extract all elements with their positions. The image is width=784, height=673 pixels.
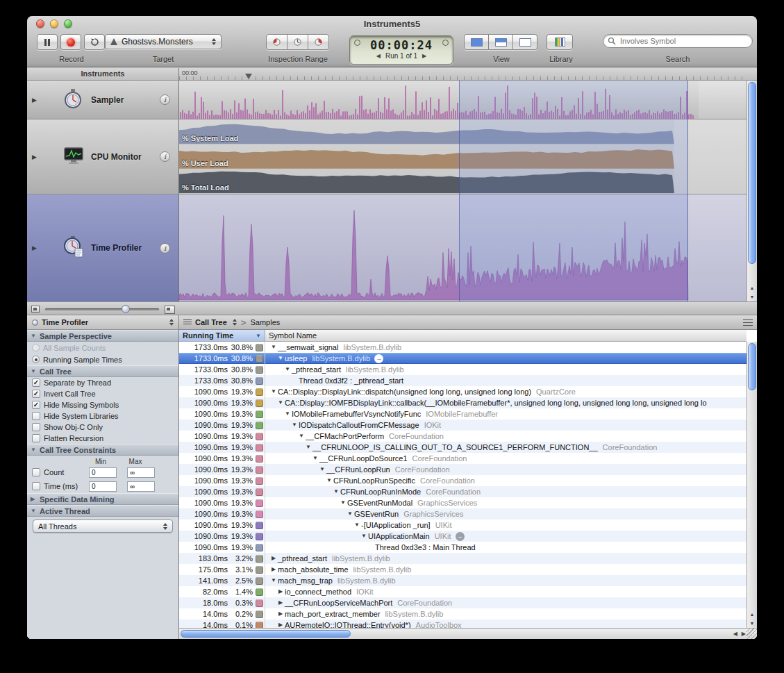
zoom-slider-thumb[interactable] — [122, 305, 130, 313]
checkbox-icon[interactable] — [32, 468, 40, 476]
scrollbar-thumb[interactable] — [748, 343, 756, 390]
call-tree-row[interactable]: 1090.0ms19.3%▼-[UIApplication _run]UIKit — [179, 520, 747, 531]
target-popup[interactable]: Ghostsvs.Monsters — [105, 34, 222, 49]
scroll-right-button[interactable]: ▶ — [742, 631, 746, 637]
call-tree-row[interactable]: 1090.0ms19.3%▼__CFRunLoopDoSource1CoreFo… — [179, 453, 747, 464]
call-tree-row[interactable]: 1090.0ms19.3%▼IODispatchCalloutFromCFMes… — [179, 419, 747, 431]
disclosure-triangle[interactable]: ▼ — [269, 575, 278, 586]
library-button[interactable] — [547, 34, 573, 50]
focus-button[interactable]: → — [456, 532, 465, 541]
scroll-left-button[interactable]: ◀ — [733, 631, 737, 637]
call-tree-row[interactable]: 175.0ms3.1%▶mach_absolute_timelibSystem.… — [179, 564, 747, 575]
disclosure-triangle[interactable]: ▼ — [276, 353, 285, 364]
instrument-popup[interactable]: Time Profiler — [27, 315, 178, 330]
section-sample-perspective[interactable]: ▼ Sample Perspective — [27, 330, 178, 342]
call-tree-row[interactable]: 1090.0ms19.3%▼CA::Display::DisplayLink::… — [179, 386, 747, 397]
disclosure-triangle[interactable]: ▶ — [269, 564, 278, 575]
scroll-up-button[interactable]: ▲ — [747, 283, 757, 292]
checkbox-icon[interactable] — [32, 482, 40, 490]
inspection-range-clear-button[interactable] — [287, 34, 308, 50]
inspection-range-start-button[interactable] — [266, 34, 287, 50]
resize-grip[interactable] — [747, 629, 757, 639]
scroll-up-button[interactable]: ▲ — [747, 610, 757, 619]
timeline-selection[interactable] — [459, 81, 688, 301]
focus-button[interactable]: → — [374, 354, 383, 363]
column-header-running-time[interactable]: Running Time ▼ — [179, 330, 265, 341]
disclosure-triangle[interactable]: ▼ — [297, 431, 306, 442]
call-tree-row[interactable]: 183.0ms3.2%▶_pthread_startlibSystem.B.dy… — [179, 553, 747, 564]
section-call-tree-constraints[interactable]: ▼ Call Tree Constraints — [27, 444, 178, 456]
playhead-marker[interactable] — [245, 74, 252, 79]
info-button[interactable]: i — [160, 94, 170, 105]
time-profiler-track-panel[interactable]: ▶ Time Profiler i — [27, 194, 179, 301]
disclosure-triangle[interactable]: ▶ — [32, 244, 37, 251]
min-input[interactable]: 0 — [89, 481, 117, 492]
disclosure-triangle[interactable]: ▼ — [339, 497, 347, 508]
section-active-thread[interactable]: ▼ Active Thread — [27, 505, 178, 517]
checkbox-hide-missing-symbols[interactable]: ✓Hide Missing Symbols — [27, 399, 178, 410]
scroll-down-button[interactable]: ▼ — [747, 292, 757, 301]
checkbox-show-obj-c-only[interactable]: Show Obj-C Only — [27, 422, 178, 433]
disclosure-triangle[interactable]: ▼ — [346, 508, 354, 520]
loop-button[interactable] — [84, 34, 105, 50]
column-header-symbol-name[interactable]: Symbol Name — [265, 330, 747, 341]
disclosure-triangle[interactable]: ▼ — [283, 408, 292, 419]
disclosure-triangle[interactable]: ▼ — [353, 520, 361, 531]
search-input[interactable] — [603, 34, 753, 48]
menu-icon[interactable] — [743, 319, 753, 326]
max-input[interactable]: ∞ — [127, 467, 155, 478]
call-tree-row[interactable]: 18.0ms0.3%▶__CFRunLoopServiceMachPortCor… — [179, 597, 747, 608]
info-button[interactable]: i — [160, 243, 170, 254]
disclosure-triangle[interactable]: ▼ — [360, 531, 368, 542]
call-tree-row[interactable]: 1733.0ms30.8%Thread 0xd3f2 : _pthread_st… — [179, 375, 747, 386]
radio-all-sample-counts[interactable]: All Sample Counts — [27, 342, 178, 354]
checkbox-hide-system-libraries[interactable]: Hide System Libraries — [27, 410, 178, 422]
call-tree-row[interactable]: 1090.0ms19.3%▼__CFRunLoopRunCoreFoundati… — [179, 464, 747, 475]
disclosure-triangle[interactable]: ▼ — [276, 397, 285, 408]
breadcrumb-call-tree[interactable]: Call Tree — [183, 317, 237, 328]
disclosure-triangle[interactable]: ▶ — [32, 153, 37, 160]
scrollbar-thumb[interactable] — [181, 630, 351, 638]
view-right-pane-button[interactable] — [512, 34, 537, 50]
disclosure-triangle[interactable]: ▼ — [318, 464, 326, 475]
call-tree-row[interactable]: 1090.0ms19.3%▼GSEventRunModalGraphicsSer… — [179, 497, 747, 508]
view-bottom-pane-button[interactable] — [488, 34, 513, 50]
scroll-down-button[interactable]: ▼ — [747, 619, 757, 628]
timeline-ruler[interactable]: 00:00 — [179, 68, 757, 80]
next-run-button[interactable]: ▶ — [422, 53, 426, 59]
call-tree-row[interactable]: 1090.0ms19.3%Thread 0xd3e3 : Main Thread — [179, 542, 747, 553]
pause-button[interactable] — [37, 34, 58, 50]
breadcrumb-samples[interactable]: Samples — [250, 318, 280, 326]
disclosure-triangle[interactable]: ▼ — [304, 442, 312, 453]
zoom-in-icon[interactable] — [165, 306, 175, 314]
checkbox-separate-by-thread[interactable]: ✓Separate by Thread — [27, 377, 178, 388]
call-tree-row[interactable]: 82.0ms1.4%▶io_connect_methodIOKit — [179, 586, 747, 597]
disclosure-triangle[interactable]: ▶ — [269, 553, 278, 564]
disclosure-triangle[interactable]: ▶ — [276, 586, 285, 597]
call-tree-row[interactable]: 1090.0ms19.3%▼CFRunLoopRunSpecificCoreFo… — [179, 475, 747, 486]
disclosure-triangle[interactable]: ▼ — [290, 419, 299, 431]
sampler-track-panel[interactable]: ▶ Sampler i — [27, 81, 179, 119]
call-tree-row[interactable]: 14.0ms0.2%▶mach_port_extract_memberlibSy… — [179, 608, 747, 620]
horizontal-scrollbar[interactable]: ◀ ▶ — [179, 628, 757, 639]
disclosure-triangle[interactable]: ▼ — [332, 486, 340, 497]
call-tree-row[interactable]: 1733.0ms30.8%▼__semwait_signallibSystem.… — [179, 342, 747, 353]
min-input[interactable]: 0 — [89, 467, 117, 478]
disclosure-triangle[interactable]: ▼ — [311, 453, 319, 464]
checkbox-invert-call-tree[interactable]: ✓Invert Call Tree — [27, 388, 178, 399]
tracks-scrollbar[interactable]: ▲ ▼ — [747, 81, 757, 301]
max-input[interactable]: ∞ — [127, 481, 155, 492]
zoom-out-icon[interactable] — [31, 306, 40, 313]
disclosure-triangle[interactable]: ▶ — [276, 608, 285, 620]
section-call-tree[interactable]: ▼ Call Tree — [27, 365, 178, 377]
radio-running-sample-times[interactable]: Running Sample Times — [27, 354, 178, 365]
call-tree-row[interactable]: 1090.0ms19.3%▼IOMobileFramebufferVsyncNo… — [179, 408, 747, 419]
call-tree-row[interactable]: 1090.0ms19.3%▼CFRunLoopRunInModeCoreFoun… — [179, 486, 747, 497]
scrollbar-thumb[interactable] — [748, 82, 756, 264]
call-tree-row[interactable]: 1090.0ms19.3%▼GSEventRunGraphicsServices — [179, 508, 747, 520]
table-scrollbar[interactable]: ▲ ▼ — [747, 342, 757, 628]
zoom-slider[interactable] — [45, 308, 159, 310]
info-button[interactable]: i — [160, 151, 170, 162]
call-tree-row[interactable]: 1090.0ms19.3%▼UIApplicationMainUIKit→ — [179, 531, 747, 542]
disclosure-triangle[interactable]: ▶ — [32, 97, 37, 103]
